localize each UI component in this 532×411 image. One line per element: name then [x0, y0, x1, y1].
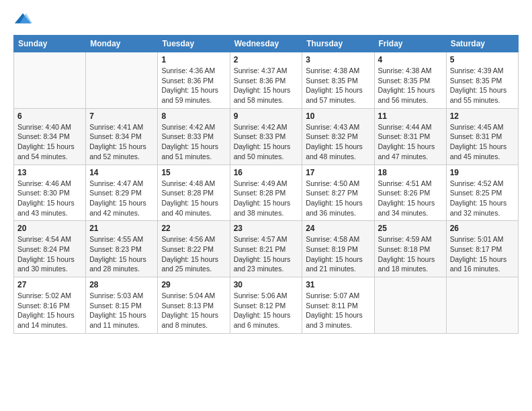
calendar-cell: 18Sunrise: 4:51 AMSunset: 8:26 PMDayligh… [374, 165, 446, 221]
calendar-cell: 6Sunrise: 4:40 AMSunset: 8:34 PMDaylight… [14, 108, 86, 165]
day-info: Sunrise: 5:04 AMSunset: 8:13 PMDaylight:… [161, 291, 226, 330]
day-number: 10 [306, 111, 370, 121]
day-number: 23 [234, 224, 299, 233]
calendar-cell: 12Sunrise: 4:45 AMSunset: 8:31 PMDayligh… [446, 108, 518, 165]
calendar-cell [374, 277, 446, 334]
day-info: Sunrise: 5:07 AMSunset: 8:11 PMDaylight:… [306, 291, 370, 330]
day-number: 9 [234, 111, 299, 121]
day-number: 15 [161, 168, 226, 177]
day-number: 19 [450, 168, 515, 177]
calendar-cell [86, 52, 158, 109]
calendar-cell: 23Sunrise: 4:57 AMSunset: 8:21 PMDayligh… [230, 221, 302, 277]
day-info: Sunrise: 5:01 AMSunset: 8:17 PMDaylight:… [450, 234, 515, 274]
day-number: 29 [161, 280, 226, 289]
day-info: Sunrise: 4:37 AMSunset: 8:36 PMDaylight:… [234, 66, 299, 105]
day-number: 27 [17, 280, 82, 289]
day-number: 3 [306, 55, 370, 64]
day-info: Sunrise: 4:49 AMSunset: 8:28 PMDaylight:… [234, 179, 299, 218]
day-header-tuesday: Tuesday [158, 36, 230, 52]
day-header-saturday: Saturday [446, 36, 518, 52]
day-number: 17 [306, 168, 370, 177]
calendar-cell: 10Sunrise: 4:43 AMSunset: 8:32 PMDayligh… [302, 108, 374, 165]
day-info: Sunrise: 4:57 AMSunset: 8:21 PMDaylight:… [234, 234, 299, 274]
calendar-cell [14, 52, 86, 109]
day-info: Sunrise: 4:46 AMSunset: 8:30 PMDaylight:… [17, 179, 82, 218]
calendar-cell: 28Sunrise: 5:03 AMSunset: 8:15 PMDayligh… [86, 277, 158, 334]
day-header-wednesday: Wednesday [230, 36, 302, 52]
day-info: Sunrise: 4:38 AMSunset: 8:35 PMDaylight:… [306, 66, 370, 105]
day-info: Sunrise: 4:44 AMSunset: 8:31 PMDaylight:… [378, 122, 443, 162]
day-number: 11 [378, 111, 443, 121]
calendar-cell: 16Sunrise: 4:49 AMSunset: 8:28 PMDayligh… [230, 165, 302, 221]
day-info: Sunrise: 4:47 AMSunset: 8:29 PMDaylight:… [89, 179, 154, 218]
calendar-week-row: 1Sunrise: 4:36 AMSunset: 8:36 PMDaylight… [14, 52, 519, 109]
calendar-week-row: 6Sunrise: 4:40 AMSunset: 8:34 PMDaylight… [14, 108, 519, 165]
day-number: 5 [450, 55, 515, 64]
day-number: 12 [450, 111, 515, 121]
calendar-cell: 14Sunrise: 4:47 AMSunset: 8:29 PMDayligh… [86, 165, 158, 221]
day-info: Sunrise: 4:39 AMSunset: 8:35 PMDaylight:… [450, 66, 515, 105]
calendar-cell: 9Sunrise: 4:42 AMSunset: 8:33 PMDaylight… [230, 108, 302, 165]
day-info: Sunrise: 4:43 AMSunset: 8:32 PMDaylight:… [306, 122, 370, 162]
calendar-cell [446, 277, 518, 334]
day-number: 7 [89, 111, 154, 121]
day-header-friday: Friday [374, 36, 446, 52]
day-number: 6 [17, 111, 82, 121]
calendar-cell: 11Sunrise: 4:44 AMSunset: 8:31 PMDayligh… [374, 108, 446, 165]
calendar-week-row: 27Sunrise: 5:02 AMSunset: 8:16 PMDayligh… [14, 277, 519, 334]
day-info: Sunrise: 4:54 AMSunset: 8:24 PMDaylight:… [17, 234, 82, 274]
calendar-cell: 31Sunrise: 5:07 AMSunset: 8:11 PMDayligh… [302, 277, 374, 334]
calendar-cell: 20Sunrise: 4:54 AMSunset: 8:24 PMDayligh… [14, 221, 86, 277]
day-info: Sunrise: 4:56 AMSunset: 8:22 PMDaylight:… [161, 234, 226, 274]
calendar-cell: 8Sunrise: 4:42 AMSunset: 8:33 PMDaylight… [158, 108, 230, 165]
calendar-cell: 19Sunrise: 4:52 AMSunset: 8:25 PMDayligh… [446, 165, 518, 221]
logo-icon [13, 11, 32, 30]
logo [13, 11, 35, 30]
day-info: Sunrise: 4:51 AMSunset: 8:26 PMDaylight:… [378, 179, 443, 218]
day-info: Sunrise: 5:02 AMSunset: 8:16 PMDaylight:… [17, 291, 82, 330]
day-number: 22 [161, 224, 226, 233]
day-info: Sunrise: 4:55 AMSunset: 8:23 PMDaylight:… [89, 234, 154, 274]
day-number: 18 [378, 168, 443, 177]
calendar-header-row: SundayMondayTuesdayWednesdayThursdayFrid… [14, 36, 519, 52]
day-info: Sunrise: 5:03 AMSunset: 8:15 PMDaylight:… [89, 291, 154, 330]
day-number: 21 [89, 224, 154, 233]
calendar-cell: 7Sunrise: 4:41 AMSunset: 8:34 PMDaylight… [86, 108, 158, 165]
day-header-thursday: Thursday [302, 36, 374, 52]
day-info: Sunrise: 4:41 AMSunset: 8:34 PMDaylight:… [89, 122, 154, 162]
day-info: Sunrise: 4:52 AMSunset: 8:25 PMDaylight:… [450, 179, 515, 218]
day-number: 25 [378, 224, 443, 233]
calendar-cell: 25Sunrise: 4:59 AMSunset: 8:18 PMDayligh… [374, 221, 446, 277]
calendar-cell: 21Sunrise: 4:55 AMSunset: 8:23 PMDayligh… [86, 221, 158, 277]
calendar-cell: 15Sunrise: 4:48 AMSunset: 8:28 PMDayligh… [158, 165, 230, 221]
day-info: Sunrise: 5:06 AMSunset: 8:12 PMDaylight:… [234, 291, 299, 330]
calendar-cell: 5Sunrise: 4:39 AMSunset: 8:35 PMDaylight… [446, 52, 518, 109]
day-number: 8 [161, 111, 226, 121]
calendar-cell: 30Sunrise: 5:06 AMSunset: 8:12 PMDayligh… [230, 277, 302, 334]
day-number: 26 [450, 224, 515, 233]
calendar-cell: 13Sunrise: 4:46 AMSunset: 8:30 PMDayligh… [14, 165, 86, 221]
day-info: Sunrise: 4:42 AMSunset: 8:33 PMDaylight:… [161, 122, 226, 162]
day-number: 31 [306, 280, 370, 289]
calendar-week-row: 20Sunrise: 4:54 AMSunset: 8:24 PMDayligh… [14, 221, 519, 277]
calendar-week-row: 13Sunrise: 4:46 AMSunset: 8:30 PMDayligh… [14, 165, 519, 221]
day-number: 16 [234, 168, 299, 177]
day-number: 1 [161, 55, 226, 64]
day-number: 14 [89, 168, 154, 177]
day-number: 2 [234, 55, 299, 64]
day-info: Sunrise: 4:40 AMSunset: 8:34 PMDaylight:… [17, 122, 82, 162]
day-info: Sunrise: 4:45 AMSunset: 8:31 PMDaylight:… [450, 122, 515, 162]
calendar-cell: 22Sunrise: 4:56 AMSunset: 8:22 PMDayligh… [158, 221, 230, 277]
day-number: 13 [17, 168, 82, 177]
day-info: Sunrise: 4:42 AMSunset: 8:33 PMDaylight:… [234, 122, 299, 162]
day-number: 24 [306, 224, 370, 233]
day-info: Sunrise: 4:36 AMSunset: 8:36 PMDaylight:… [161, 66, 226, 105]
day-info: Sunrise: 4:48 AMSunset: 8:28 PMDaylight:… [161, 179, 226, 218]
page-header [13, 11, 519, 30]
day-number: 30 [234, 280, 299, 289]
calendar-cell: 29Sunrise: 5:04 AMSunset: 8:13 PMDayligh… [158, 277, 230, 334]
day-info: Sunrise: 4:38 AMSunset: 8:35 PMDaylight:… [378, 66, 443, 105]
day-header-sunday: Sunday [14, 36, 86, 52]
calendar-cell: 27Sunrise: 5:02 AMSunset: 8:16 PMDayligh… [14, 277, 86, 334]
day-info: Sunrise: 4:59 AMSunset: 8:18 PMDaylight:… [378, 234, 443, 274]
